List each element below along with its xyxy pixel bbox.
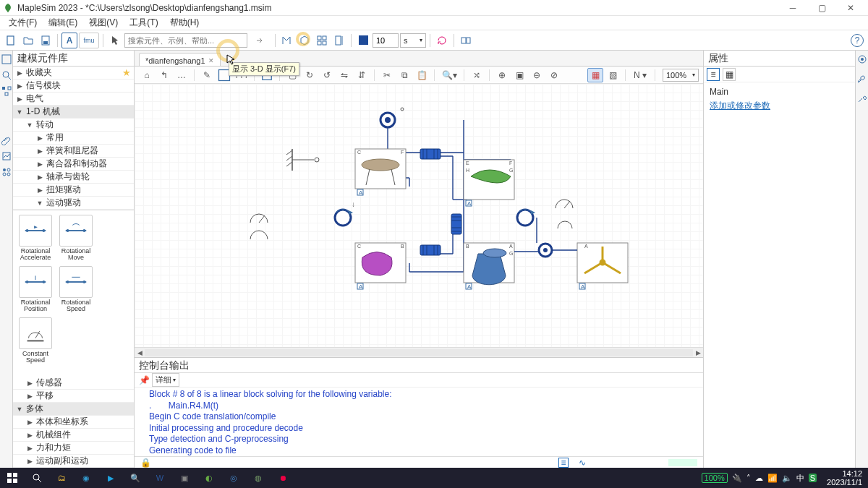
tree-electrical[interactable]: ▶电气 xyxy=(13,93,134,106)
show-2d-button[interactable] xyxy=(279,33,295,48)
taskbar-edge-icon[interactable]: ◉ xyxy=(74,468,98,488)
tray-wifi-icon[interactable]: 📶 xyxy=(767,474,778,483)
paste-button[interactable]: 📋 xyxy=(414,68,430,82)
zoom-out-button[interactable]: ⊖ xyxy=(529,68,545,82)
palette-const-speed[interactable]: Constant Speed xyxy=(17,317,54,364)
canvas-h-scrollbar[interactable]: ◀ ▶ xyxy=(135,347,703,357)
taskbar-app2-icon[interactable]: ▣ xyxy=(172,468,197,488)
tree-body-frame[interactable]: ▶本体和坐标系 xyxy=(13,416,134,429)
snap-mode-2-button[interactable]: ▧ xyxy=(605,68,621,82)
show-analysis-button[interactable] xyxy=(314,33,330,48)
tree-mech-comp[interactable]: ▶机械组件 xyxy=(13,429,134,442)
console-log-icon[interactable]: ≡ xyxy=(558,458,569,468)
tray-power-icon[interactable]: 🔌 xyxy=(732,474,742,483)
dock-attach-icon[interactable] xyxy=(1,134,12,146)
tree-signal[interactable]: ▶信号模块 xyxy=(13,80,134,93)
nav-home-button[interactable]: ⌂ xyxy=(139,68,155,82)
dock-results-icon[interactable] xyxy=(1,150,12,162)
tree-sensors[interactable]: ▶传感器 xyxy=(13,377,134,390)
sim-unit-select[interactable]: s▾ xyxy=(400,33,426,48)
model-tab-current[interactable]: *dianfengshang1 ✕ xyxy=(139,53,221,66)
show-results-button[interactable] xyxy=(331,33,347,48)
angle-sensor-4[interactable] xyxy=(558,221,572,228)
dock-apps-icon[interactable] xyxy=(1,166,12,178)
revolute-joint-top[interactable] xyxy=(380,108,404,127)
system-tray[interactable]: 100% 🔌 ˄ ☁ 📶 🔈 中 S xyxy=(697,473,821,484)
copy-button[interactable]: ⧉ xyxy=(396,68,412,82)
tray-onedrive-icon[interactable]: ☁ xyxy=(755,474,763,483)
tray-volume-icon[interactable]: 🔈 xyxy=(782,474,792,483)
tree-force-torque[interactable]: ▶力和力矩 xyxy=(13,442,134,455)
new-file-button[interactable] xyxy=(3,33,19,48)
window-maximize-button[interactable]: ▢ xyxy=(807,0,836,16)
prop-view-grid-button[interactable]: ▦ xyxy=(723,68,736,81)
tree-translation[interactable]: ▶平移 xyxy=(13,390,134,403)
taskbar-everything-icon[interactable]: 🔍 xyxy=(123,468,148,488)
find-in-model-button[interactable]: 🔍▾ xyxy=(439,68,459,82)
taskbar-app1-icon[interactable]: ▶ xyxy=(98,468,123,488)
stop-simulation-button[interactable] xyxy=(355,33,371,48)
start-button[interactable] xyxy=(0,468,25,488)
console-chart-icon[interactable]: ∿ xyxy=(577,458,587,468)
taskbar-app4-icon[interactable]: ◎ xyxy=(221,468,246,488)
taskbar-explorer-icon[interactable]: 🗂 xyxy=(49,468,74,488)
menu-file[interactable]: 文件(F) xyxy=(3,15,43,30)
flip-h-button[interactable]: ⇋ xyxy=(336,68,352,82)
diagnostics-button[interactable] xyxy=(458,33,474,48)
tree-rot-bearing[interactable]: ▶轴承与齿轮 xyxy=(13,171,134,184)
tree-motion-aux[interactable]: ▶运动副和运动 xyxy=(13,455,134,468)
dock-search-icon[interactable] xyxy=(1,69,12,81)
tree-mech1d[interactable]: ▼1-D 机械 xyxy=(13,106,134,119)
pointer-tool-button[interactable] xyxy=(107,33,123,48)
tree-rot-motion[interactable]: ▼运动驱动 xyxy=(13,197,134,210)
tree-multibody[interactable]: ▼多体 xyxy=(13,403,134,416)
tree-rot-torque[interactable]: ▶扭矩驱动 xyxy=(13,184,134,197)
scroll-right-icon[interactable]: ▶ xyxy=(693,348,703,358)
tab-close-icon[interactable]: ✕ xyxy=(208,57,216,64)
model-canvas[interactable]: ↓ xyxy=(135,84,703,347)
zoom-in-button[interactable]: ⊕ xyxy=(494,68,510,82)
palette-rot-accel[interactable]: Rotational Accelerate xyxy=(17,215,54,262)
refresh-button[interactable] xyxy=(434,33,450,48)
window-minimize-button[interactable]: ─ xyxy=(778,0,807,16)
window-close-button[interactable]: ✕ xyxy=(836,0,865,16)
nav-up-button[interactable]: ↰ xyxy=(156,68,172,82)
edit-parameters-link[interactable]: 添加或修改参数 xyxy=(710,100,849,112)
taskbar-app3-icon[interactable]: ◐ xyxy=(197,468,221,488)
cut-button[interactable]: ✂ xyxy=(379,68,395,82)
dock-hierarchy-icon[interactable] xyxy=(1,85,12,97)
angle-sensor-2[interactable] xyxy=(250,231,268,239)
tray-sogou-icon[interactable]: S xyxy=(809,474,817,482)
wrench-icon[interactable] xyxy=(856,73,868,87)
prop-view-list-button[interactable]: ≡ xyxy=(707,68,720,81)
help-button[interactable]: ? xyxy=(851,34,864,47)
menu-tools[interactable]: 工具(T) xyxy=(124,15,163,30)
revolute-joint-right[interactable] xyxy=(539,244,552,257)
nav-fwd-button[interactable]: … xyxy=(174,68,190,82)
console-pin-icon[interactable]: 📌 xyxy=(139,375,149,385)
tree-rot-common[interactable]: ▶常用 xyxy=(13,132,134,145)
snap-mode-1-button[interactable]: ▦ xyxy=(587,68,603,82)
taskbar-clock[interactable]: 14:12 2023/11/1 xyxy=(821,469,868,487)
menu-view[interactable]: 视图(V) xyxy=(83,15,124,30)
palette-rot-move[interactable]: Rotational Move xyxy=(58,215,94,262)
shuffle-button[interactable]: ⤭ xyxy=(469,68,485,82)
speed-sensor-right[interactable] xyxy=(517,210,535,226)
menu-help[interactable]: 帮助(H) xyxy=(164,15,205,30)
taskbar-maplesim-icon[interactable]: ◍ xyxy=(246,468,271,488)
open-file-button[interactable] xyxy=(20,33,36,48)
tray-up-icon[interactable]: ˄ xyxy=(746,474,751,483)
rotate-cw-button[interactable]: ↻ xyxy=(302,68,318,82)
angle-sensor-1[interactable] xyxy=(250,214,268,223)
sim-time-input[interactable] xyxy=(373,33,399,48)
tree-rot-spring[interactable]: ▶弹簧和阻尼器 xyxy=(13,145,134,158)
zoom-select[interactable]: 100%▾ xyxy=(663,69,699,82)
fixed-ground-icon[interactable] xyxy=(286,149,319,171)
tree-rot-clutch[interactable]: ▶离合器和制动器 xyxy=(13,158,134,171)
palette-rot-speed[interactable]: Rotational Speed xyxy=(58,266,94,313)
save-file-button[interactable] xyxy=(38,33,54,48)
taskbar-recorder-icon[interactable]: ⏺ xyxy=(271,468,295,488)
rotate-ccw-button[interactable]: ↺ xyxy=(319,68,335,82)
zoom-disable-button[interactable]: ⊘ xyxy=(546,68,562,82)
speed-sensor-left[interactable]: ↓ xyxy=(335,200,355,226)
